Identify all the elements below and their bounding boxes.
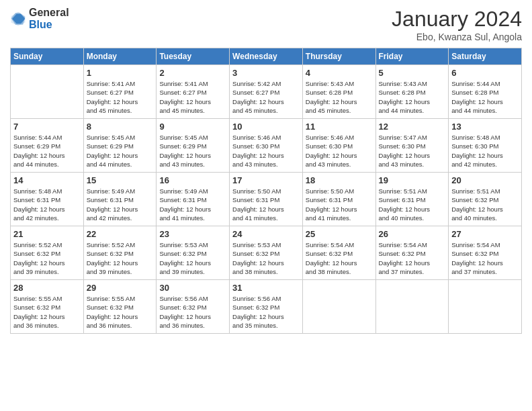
table-row: 23Sunrise: 5:53 AM Sunset: 6:32 PM Dayli… <box>157 226 230 280</box>
day-number: 7 <box>13 122 81 132</box>
table-row: 5Sunrise: 5:43 AM Sunset: 6:28 PM Daylig… <box>375 65 449 119</box>
table-row <box>375 280 449 334</box>
table-row: 10Sunrise: 5:46 AM Sunset: 6:30 PM Dayli… <box>230 119 303 173</box>
daylight-hours: Sunrise: 5:53 AM Sunset: 6:32 PM Dayligh… <box>232 240 300 276</box>
calendar-row-3: 21Sunrise: 5:52 AM Sunset: 6:32 PM Dayli… <box>11 226 522 280</box>
day-number: 21 <box>13 229 81 239</box>
calendar-row-2: 14Sunrise: 5:48 AM Sunset: 6:31 PM Dayli… <box>11 173 522 226</box>
daylight-hours: Sunrise: 5:54 AM Sunset: 6:32 PM Dayligh… <box>451 240 519 276</box>
day-number: 3 <box>232 68 300 78</box>
day-number: 2 <box>159 68 226 78</box>
table-row: 22Sunrise: 5:52 AM Sunset: 6:32 PM Dayli… <box>83 226 157 280</box>
daylight-hours: Sunrise: 5:41 AM Sunset: 6:27 PM Dayligh… <box>87 79 154 115</box>
table-row: 27Sunrise: 5:54 AM Sunset: 6:32 PM Dayli… <box>449 226 522 280</box>
table-row: 4Sunrise: 5:43 AM Sunset: 6:28 PM Daylig… <box>302 65 375 119</box>
col-monday: Monday <box>83 48 157 65</box>
daylight-hours: Sunrise: 5:52 AM Sunset: 6:32 PM Dayligh… <box>13 240 81 276</box>
table-row: 18Sunrise: 5:50 AM Sunset: 6:31 PM Dayli… <box>302 173 375 226</box>
col-thursday: Thursday <box>302 48 375 65</box>
day-number: 26 <box>379 229 446 239</box>
day-number: 20 <box>451 175 519 185</box>
daylight-hours: Sunrise: 5:42 AM Sunset: 6:27 PM Dayligh… <box>232 79 300 115</box>
col-saturday: Saturday <box>449 48 522 65</box>
day-number: 19 <box>379 175 446 185</box>
calendar-row-4: 28Sunrise: 5:55 AM Sunset: 6:32 PM Dayli… <box>11 280 522 334</box>
daylight-hours: Sunrise: 5:43 AM Sunset: 6:28 PM Dayligh… <box>306 79 373 115</box>
day-number: 30 <box>159 283 226 293</box>
table-row <box>11 65 84 119</box>
table-row: 28Sunrise: 5:55 AM Sunset: 6:32 PM Dayli… <box>11 280 84 334</box>
table-row: 2Sunrise: 5:41 AM Sunset: 6:27 PM Daylig… <box>157 65 230 119</box>
table-row <box>449 280 522 334</box>
daylight-hours: Sunrise: 5:48 AM Sunset: 6:30 PM Dayligh… <box>451 133 519 169</box>
subtitle: Ebo, Kwanza Sul, Angola <box>392 32 522 42</box>
daylight-hours: Sunrise: 5:47 AM Sunset: 6:30 PM Dayligh… <box>379 133 446 169</box>
day-number: 14 <box>13 175 81 185</box>
daylight-hours: Sunrise: 5:46 AM Sunset: 6:30 PM Dayligh… <box>232 133 300 169</box>
daylight-hours: Sunrise: 5:48 AM Sunset: 6:31 PM Dayligh… <box>13 187 81 222</box>
table-row: 19Sunrise: 5:51 AM Sunset: 6:31 PM Dayli… <box>375 173 449 226</box>
table-row: 13Sunrise: 5:48 AM Sunset: 6:30 PM Dayli… <box>449 119 522 173</box>
table-row: 17Sunrise: 5:50 AM Sunset: 6:31 PM Dayli… <box>230 173 303 226</box>
col-friday: Friday <box>375 48 449 65</box>
logo-blue-text: Blue <box>29 19 69 31</box>
daylight-hours: Sunrise: 5:50 AM Sunset: 6:31 PM Dayligh… <box>306 187 373 222</box>
daylight-hours: Sunrise: 5:49 AM Sunset: 6:31 PM Dayligh… <box>159 187 226 222</box>
table-row: 6Sunrise: 5:44 AM Sunset: 6:28 PM Daylig… <box>449 65 522 119</box>
day-number: 15 <box>87 175 154 185</box>
table-row: 21Sunrise: 5:52 AM Sunset: 6:32 PM Dayli… <box>11 226 84 280</box>
calendar-table: Sunday Monday Tuesday Wednesday Thursday… <box>10 48 522 334</box>
table-row: 16Sunrise: 5:49 AM Sunset: 6:31 PM Dayli… <box>157 173 230 226</box>
day-number: 25 <box>306 229 373 239</box>
main-title: January 2024 <box>392 7 522 32</box>
daylight-hours: Sunrise: 5:56 AM Sunset: 6:32 PM Dayligh… <box>232 294 300 330</box>
daylight-hours: Sunrise: 5:44 AM Sunset: 6:29 PM Dayligh… <box>13 133 81 169</box>
col-sunday: Sunday <box>11 48 84 65</box>
daylight-hours: Sunrise: 5:55 AM Sunset: 6:32 PM Dayligh… <box>87 294 154 330</box>
table-row: 15Sunrise: 5:49 AM Sunset: 6:31 PM Dayli… <box>83 173 157 226</box>
table-row: 24Sunrise: 5:53 AM Sunset: 6:32 PM Dayli… <box>230 226 303 280</box>
calendar-row-1: 7Sunrise: 5:44 AM Sunset: 6:29 PM Daylig… <box>11 119 522 173</box>
day-number: 17 <box>232 175 300 185</box>
daylight-hours: Sunrise: 5:51 AM Sunset: 6:32 PM Dayligh… <box>451 187 519 222</box>
title-block: January 2024 Ebo, Kwanza Sul, Angola <box>392 7 522 42</box>
logo: General Blue <box>10 7 69 30</box>
daylight-hours: Sunrise: 5:45 AM Sunset: 6:29 PM Dayligh… <box>159 133 226 169</box>
day-number: 23 <box>159 229 226 239</box>
day-number: 8 <box>87 122 154 132</box>
table-row: 14Sunrise: 5:48 AM Sunset: 6:31 PM Dayli… <box>11 173 84 226</box>
daylight-hours: Sunrise: 5:41 AM Sunset: 6:27 PM Dayligh… <box>159 79 226 115</box>
day-number: 22 <box>87 229 154 239</box>
daylight-hours: Sunrise: 5:54 AM Sunset: 6:32 PM Dayligh… <box>306 240 373 276</box>
day-number: 1 <box>87 68 154 78</box>
logo-text: General Blue <box>29 7 69 30</box>
day-number: 16 <box>159 175 226 185</box>
table-row: 8Sunrise: 5:45 AM Sunset: 6:29 PM Daylig… <box>83 119 157 173</box>
day-number: 5 <box>379 68 446 78</box>
day-number: 11 <box>306 122 373 132</box>
day-number: 28 <box>13 283 81 293</box>
day-number: 13 <box>451 122 519 132</box>
daylight-hours: Sunrise: 5:56 AM Sunset: 6:32 PM Dayligh… <box>159 294 226 330</box>
daylight-hours: Sunrise: 5:50 AM Sunset: 6:31 PM Dayligh… <box>232 187 300 222</box>
day-number: 31 <box>232 283 300 293</box>
daylight-hours: Sunrise: 5:46 AM Sunset: 6:30 PM Dayligh… <box>306 133 373 169</box>
header: General Blue January 2024 Ebo, Kwanza Su… <box>10 7 522 42</box>
col-tuesday: Tuesday <box>157 48 230 65</box>
table-row: 20Sunrise: 5:51 AM Sunset: 6:32 PM Dayli… <box>449 173 522 226</box>
daylight-hours: Sunrise: 5:44 AM Sunset: 6:28 PM Dayligh… <box>451 79 519 115</box>
calendar-row-0: 1Sunrise: 5:41 AM Sunset: 6:27 PM Daylig… <box>11 65 522 119</box>
table-row: 26Sunrise: 5:54 AM Sunset: 6:32 PM Dayli… <box>375 226 449 280</box>
logo-icon <box>10 11 26 27</box>
table-row: 29Sunrise: 5:55 AM Sunset: 6:32 PM Dayli… <box>83 280 157 334</box>
day-number: 6 <box>451 68 519 78</box>
day-number: 29 <box>87 283 154 293</box>
table-row: 9Sunrise: 5:45 AM Sunset: 6:29 PM Daylig… <box>157 119 230 173</box>
table-row: 3Sunrise: 5:42 AM Sunset: 6:27 PM Daylig… <box>230 65 303 119</box>
table-row: 11Sunrise: 5:46 AM Sunset: 6:30 PM Dayli… <box>302 119 375 173</box>
logo-general-text: General <box>29 7 69 19</box>
day-number: 9 <box>159 122 226 132</box>
col-wednesday: Wednesday <box>230 48 303 65</box>
page: General Blue January 2024 Ebo, Kwanza Su… <box>0 0 532 411</box>
day-number: 27 <box>451 229 519 239</box>
